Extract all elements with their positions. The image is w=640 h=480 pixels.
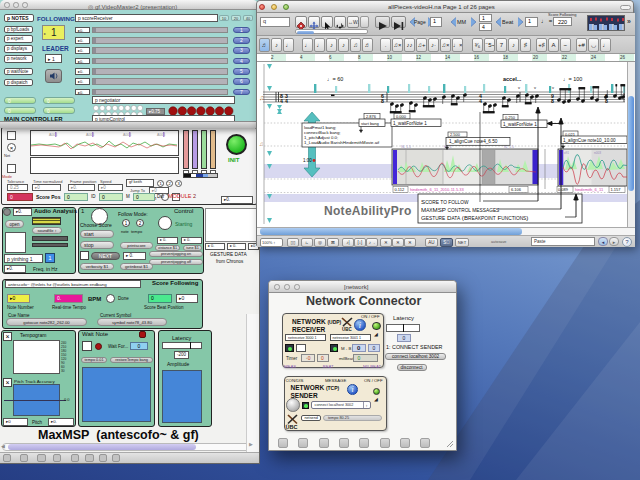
svg-text:MAXMSP CONTROL MESSAGES: MAXMSP CONTROL MESSAGES: [421, 206, 499, 213]
svg-text:accel...: accel...: [503, 76, 522, 82]
svg-text:hindemith_6_11_2010-11.5.33: hindemith_6_11_2010-11.5.33: [410, 187, 464, 192]
svg-text:2.876: 2.876: [366, 114, 377, 119]
svg-text:v: v: [534, 85, 536, 90]
svg-text:1_alignCue note4_6.50: 1_alignCue note4_6.50: [449, 139, 498, 144]
svg-text:SCORE TO FOLLOW: SCORE TO FOLLOW: [421, 198, 469, 205]
svg-text:0.112: 0.112: [395, 187, 405, 192]
svg-text:1.157: 1.157: [611, 187, 622, 192]
svg-text:4: 4: [479, 98, 482, 104]
svg-text:1_waitForNote 1: 1_waitForNote 1: [503, 122, 537, 127]
svg-text:1_alignCue note10_10.00: 1_alignCue note10_10.00: [563, 138, 616, 143]
svg-text:1_LoadAudio BarishHindemithMov: 1_LoadAudio BarishHindemithMovie.aif: [304, 140, 380, 145]
svg-text:6.106: 6.106: [511, 187, 522, 192]
svg-text:0.000: 0.000: [396, 114, 407, 119]
svg-text:0.089: 0.089: [558, 187, 569, 192]
svg-text:start bang: start bang: [361, 121, 379, 126]
svg-text:8: 8: [605, 98, 608, 104]
svg-text:GESTURE DATA (BREAKPOINT FUNCT: GESTURE DATA (BREAKPOINT FUNCTIONS): [421, 214, 528, 221]
svg-text:NoteAbilityPro: NoteAbilityPro: [324, 204, 412, 218]
svg-text:0.250: 0.250: [505, 115, 516, 120]
svg-text:v: v: [552, 85, 554, 90]
svg-text:8: 8: [381, 98, 384, 104]
svg-text:hindemith_6_11: hindemith_6_11: [575, 187, 604, 192]
svg-text:v: v: [518, 85, 520, 90]
svg-text:1_waitForNote 1: 1_waitForNote 1: [393, 121, 427, 126]
svg-text:x91: x91: [564, 151, 569, 155]
svg-text:1:00: 1:00: [303, 158, 312, 163]
svg-text:♫: ♫: [259, 141, 264, 147]
svg-text:♩= 100: ♩= 100: [563, 76, 582, 82]
svg-text:♩= 60: ♩= 60: [327, 76, 343, 82]
svg-text:94_1.5: 94_1.5: [401, 145, 411, 149]
svg-text:8: 8: [551, 98, 554, 104]
svg-text:n003: n003: [594, 151, 601, 155]
svg-text:4: 4: [285, 98, 288, 104]
svg-text:2.500: 2.500: [450, 132, 461, 137]
svg-text:♫: ♫: [259, 94, 264, 101]
svg-text:4: 4: [280, 98, 283, 104]
